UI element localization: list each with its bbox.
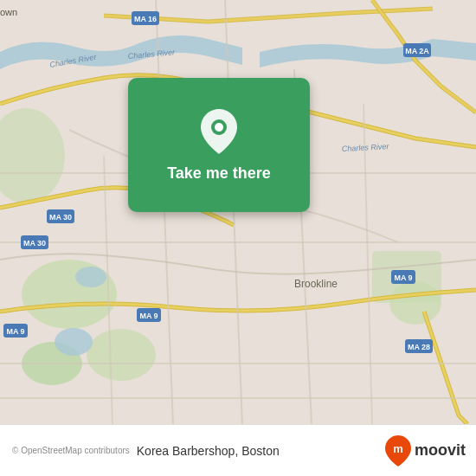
svg-text:MA 16: MA 16 [134,15,157,23]
take-me-there-label: Take me there [167,164,271,183]
location-info-text: Korea Barbershop, Boston [130,444,385,458]
svg-text:m: m [393,442,403,455]
svg-text:MA 2A: MA 2A [405,47,429,55]
location-pin-icon [198,107,240,156]
svg-text:MA 9: MA 9 [6,327,24,336]
svg-text:MA 9: MA 9 [139,312,158,320]
svg-point-2 [87,329,156,381]
svg-point-7 [55,328,93,356]
svg-text:Brookline: Brookline [294,278,338,290]
bottom-bar: © OpenStreetMap contributors Korea Barbe… [0,424,476,476]
svg-text:MA 28: MA 28 [408,343,430,351]
svg-point-8 [75,267,106,287]
map-background: MA 16 MA 2A MA 30 MA 30 MA 9 MA 9 MA 9 M… [0,0,476,424]
svg-text:own: own [0,7,17,17]
moovit-text: moovit [415,441,466,460]
svg-point-40 [215,123,223,132]
svg-text:MA 30: MA 30 [49,213,72,222]
attribution-text: © OpenStreetMap contributors [12,446,130,455]
take-me-there-button[interactable]: Take me there [128,78,310,212]
map-container: MA 16 MA 2A MA 30 MA 30 MA 9 MA 9 MA 9 M… [0,0,476,424]
svg-point-1 [22,260,117,329]
moovit-icon: m [385,435,411,466]
moovit-logo: m moovit [385,435,466,466]
svg-text:MA 9: MA 9 [394,273,412,282]
svg-text:MA 30: MA 30 [23,239,46,248]
